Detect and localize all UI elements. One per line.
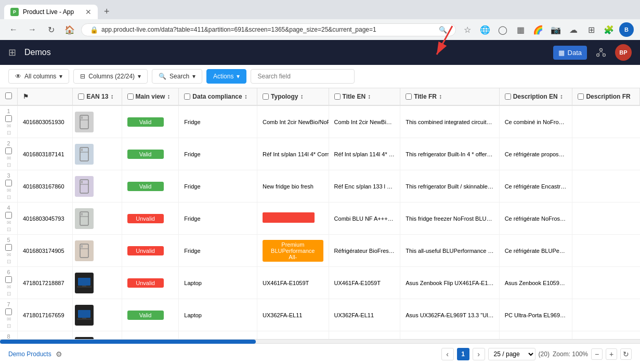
svg-point-0 <box>600 49 603 51</box>
reload-button[interactable]: ↻ <box>44 22 58 37</box>
data-tab-button[interactable]: ▦ Data <box>553 46 587 60</box>
actions-button[interactable]: Actions ▾ <box>206 69 246 84</box>
browser-extension-6[interactable]: ☁ <box>566 22 581 37</box>
address-bar[interactable]: 🔒 app.product-live.com/data?table=411&pa… <box>81 23 456 36</box>
back-button[interactable]: ← <box>6 22 21 37</box>
desc-fr-cell: Ce réfrigérate Encastrable/h <box>499 170 572 203</box>
row-select-cell[interactable]: 8 ✉ ⊡ <box>0 331 18 340</box>
title-en-cell <box>257 203 329 235</box>
col-checkbox[interactable] <box>0 88 18 105</box>
svg-rect-23 <box>78 310 90 318</box>
zoom-out-button[interactable]: − <box>591 348 603 360</box>
forward-button[interactable]: → <box>25 22 40 37</box>
zoom-in-button[interactable]: + <box>606 348 617 360</box>
tab-bar: P Product Live - App ✕ + <box>0 0 640 19</box>
search-field-input[interactable] <box>251 69 355 84</box>
search-zoom-icon[interactable]: 🔍 <box>439 26 447 34</box>
svg-rect-10 <box>81 149 83 151</box>
all-columns-button[interactable]: 👁 All columns ▾ <box>8 69 69 84</box>
row-select-cell[interactable]: 4 ✉ ⊡ <box>0 203 18 235</box>
typology-cell: Laptop <box>179 331 257 340</box>
desc-fr-cell: Ce réfrigérate propose un vo <box>499 138 572 170</box>
user-avatar[interactable]: BP <box>615 44 632 61</box>
col-title-en[interactable]: Title EN↕ <box>329 88 400 105</box>
columns-button[interactable]: ⊟ Columns (22/24) ▾ <box>73 69 148 84</box>
col-typology[interactable]: Typology↕ <box>257 88 329 105</box>
compliance-cell: Valid <box>122 105 179 138</box>
col-desc-en[interactable]: Description EN↕ <box>499 88 572 105</box>
typology-cell: Laptop <box>179 299 257 331</box>
browser-extension-8[interactable]: 🧩 <box>602 22 616 37</box>
row-select-cell[interactable]: 7 ✉ ⊡ <box>0 299 18 331</box>
row-select-cell[interactable]: 2 ✉ ⊡ <box>0 138 18 170</box>
desc-fr-cell <box>499 331 572 340</box>
compliance-cell: Unvalid <box>122 267 179 299</box>
toolbar: 👁 All columns ▾ ⊟ Columns (22/24) ▾ 🔍 Se… <box>0 65 640 88</box>
search-button[interactable]: 🔍 Search ▾ <box>152 69 202 84</box>
table-container[interactable]: ⚑ EAN 13↕ Main view↕ Data compliance↕ Ty… <box>0 88 640 339</box>
main-view-cell <box>73 235 122 267</box>
grid-icon[interactable]: ⊞ <box>8 47 16 58</box>
row-select-cell[interactable]: 6 ✉ ⊡ <box>0 267 18 299</box>
scrollbar-thumb[interactable] <box>0 340 256 344</box>
browser-extension-4[interactable]: 🌈 <box>531 22 545 37</box>
next-page-button[interactable]: › <box>473 348 485 360</box>
browser-actions: ☆ 🌐 ◯ ▦ 🌈 📷 ☁ ⊞ 🧩 B <box>460 22 634 37</box>
browser-extension-7[interactable]: ⊞ <box>584 22 598 37</box>
header-right: ▦ Data BP <box>553 44 632 61</box>
select-all-checkbox[interactable] <box>5 92 12 99</box>
svg-rect-16 <box>81 213 83 215</box>
title-en-cell: Premium BLUPerformance All- <box>257 235 329 267</box>
page-size-select[interactable]: 25 / page 50 / page 100 / page <box>488 348 535 360</box>
chevron-down-icon-2: ▾ <box>138 73 141 80</box>
address-bar-row: ← → ↻ 🏠 🔒 app.product-live.com/data?tabl… <box>0 19 640 40</box>
home-button[interactable]: 🏠 <box>62 22 77 37</box>
svg-line-4 <box>601 51 604 55</box>
browser-extension-1[interactable]: 🌐 <box>478 22 492 37</box>
sort-icon-3: ↕ <box>244 93 247 100</box>
col-ean13[interactable]: EAN 13↕ <box>73 88 122 105</box>
col-title-fr[interactable]: Title FR↕ <box>400 88 500 105</box>
compliance-cell: Valid <box>122 331 179 340</box>
compliance-cell: Valid <box>122 138 179 170</box>
active-tab[interactable]: P Product Live - App ✕ <box>4 5 98 19</box>
gear-icon[interactable]: ⚙ <box>56 350 62 358</box>
main-view-cell <box>73 203 122 235</box>
svg-point-1 <box>597 54 599 57</box>
col-desc-fr[interactable]: Description FR <box>572 88 640 105</box>
prev-page-button[interactable]: ‹ <box>441 348 454 360</box>
network-tab-button[interactable] <box>591 45 611 60</box>
row-select-cell[interactable]: 5 ✉ ⊡ <box>0 235 18 267</box>
table-row: 8 ✉ ⊡ 4718017167635 Valid Laptop UX362FA… <box>0 331 640 340</box>
sort-icon-6: ↕ <box>439 93 442 100</box>
ean-cell: 4016803174905 <box>18 235 73 267</box>
columns-icon: ⊟ <box>80 73 85 80</box>
new-tab-button[interactable]: + <box>100 4 114 19</box>
browser-extension-3[interactable]: ▦ <box>513 22 528 37</box>
flag-icon: ⚑ <box>23 93 29 100</box>
browser-extension-5[interactable]: 📷 <box>548 22 563 37</box>
row-select-cell[interactable]: 1 ✉ ⊡ <box>0 105 18 138</box>
typology-cell: Laptop <box>179 267 257 299</box>
desc-en-cell: This all-useful BLUPerformance refrigera… <box>400 235 500 267</box>
desc-en-cell: Asus UX362FA-EL106T 13.3 "Ultra-Book PC … <box>400 331 500 340</box>
svg-rect-20 <box>78 278 90 286</box>
title-fr-cell: UX461FA-E1059T <box>329 267 400 299</box>
demo-products-label[interactable]: Demo Products <box>8 350 51 358</box>
typology-cell: Fridge <box>179 138 257 170</box>
refresh-button[interactable]: ↻ <box>620 348 632 360</box>
typology-cell: Fridge <box>179 105 257 138</box>
title-en-cell: UX362FA-EL106T <box>257 331 329 340</box>
chevron-down-icon-3: ▾ <box>192 73 195 80</box>
bookmark-icon[interactable]: ☆ <box>460 22 475 37</box>
col-flag[interactable]: ⚑ <box>18 88 73 105</box>
row-select-cell[interactable]: 3 ✉ ⊡ <box>0 170 18 203</box>
browser-extension-2[interactable]: ◯ <box>495 22 510 37</box>
pagination: ‹ 1 › 25 / page 50 / page 100 / page (20… <box>441 348 632 360</box>
data-table: ⚑ EAN 13↕ Main view↕ Data compliance↕ Ty… <box>0 88 640 339</box>
col-compliance[interactable]: Data compliance↕ <box>179 88 257 105</box>
horizontal-scrollbar[interactable] <box>0 339 640 343</box>
col-main-view[interactable]: Main view↕ <box>122 88 179 105</box>
profile-button[interactable]: B <box>619 22 634 37</box>
tab-close-button[interactable]: ✕ <box>85 8 92 16</box>
